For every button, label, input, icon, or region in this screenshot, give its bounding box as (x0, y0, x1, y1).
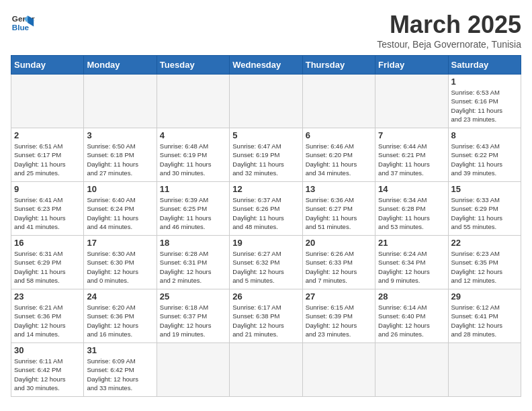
day-info: Sunrise: 6:39 AM Sunset: 6:25 PM Dayligh… (160, 195, 226, 231)
calendar-cell: 7Sunrise: 6:44 AM Sunset: 6:21 PM Daylig… (375, 128, 448, 182)
calendar-cell: 22Sunrise: 6:23 AM Sunset: 6:35 PM Dayli… (448, 236, 521, 289)
calendar-cell: 28Sunrise: 6:14 AM Sunset: 6:40 PM Dayli… (375, 289, 448, 343)
day-number: 9 (14, 184, 81, 194)
day-info: Sunrise: 6:12 AM Sunset: 6:41 PM Dayligh… (451, 303, 518, 338)
day-number: 20 (306, 238, 372, 248)
day-info: Sunrise: 6:50 AM Sunset: 6:18 PM Dayligh… (87, 142, 153, 177)
calendar-cell: 18Sunrise: 6:28 AM Sunset: 6:31 PM Dayli… (157, 236, 229, 289)
logo-icon: General Blue (11, 11, 35, 35)
day-info: Sunrise: 6:44 AM Sunset: 6:21 PM Dayligh… (378, 142, 445, 177)
calendar-table: SundayMondayTuesdayWednesdayThursdayFrid… (11, 55, 521, 397)
calendar-cell: 5Sunrise: 6:47 AM Sunset: 6:19 PM Daylig… (230, 128, 302, 182)
week-row-2: 2Sunrise: 6:51 AM Sunset: 6:17 PM Daylig… (11, 128, 521, 182)
header-friday: Friday (375, 56, 448, 75)
day-info: Sunrise: 6:15 AM Sunset: 6:39 PM Dayligh… (306, 303, 372, 338)
day-info: Sunrise: 6:48 AM Sunset: 6:19 PM Dayligh… (160, 142, 226, 177)
calendar-cell (11, 75, 84, 128)
day-info: Sunrise: 6:36 AM Sunset: 6:27 PM Dayligh… (306, 195, 372, 231)
day-number: 14 (378, 184, 445, 194)
week-row-6: 30Sunrise: 6:11 AM Sunset: 6:42 PM Dayli… (11, 343, 521, 397)
svg-text:Blue: Blue (12, 23, 30, 32)
day-number: 1 (451, 77, 518, 87)
calendar-cell (375, 343, 448, 397)
day-number: 21 (378, 238, 445, 248)
day-info: Sunrise: 6:51 AM Sunset: 6:17 PM Dayligh… (14, 142, 81, 177)
day-info: Sunrise: 6:14 AM Sunset: 6:40 PM Dayligh… (378, 303, 445, 338)
logo: General Blue (11, 11, 35, 35)
day-info: Sunrise: 6:17 AM Sunset: 6:38 PM Dayligh… (232, 303, 299, 338)
calendar-cell: 19Sunrise: 6:27 AM Sunset: 6:32 PM Dayli… (230, 236, 302, 289)
calendar-cell: 16Sunrise: 6:31 AM Sunset: 6:29 PM Dayli… (11, 236, 84, 289)
page-subtitle: Testour, Beja Governorate, Tunisia (377, 39, 521, 50)
calendar-cell (84, 75, 157, 128)
week-row-3: 9Sunrise: 6:41 AM Sunset: 6:23 PM Daylig… (11, 182, 521, 236)
day-number: 3 (87, 130, 153, 140)
day-number: 30 (14, 345, 81, 355)
calendar-cell (230, 75, 302, 128)
calendar-cell: 23Sunrise: 6:21 AM Sunset: 6:36 PM Dayli… (11, 289, 84, 343)
header-monday: Monday (84, 56, 157, 75)
calendar-cell (375, 75, 448, 128)
calendar-cell: 6Sunrise: 6:46 AM Sunset: 6:20 PM Daylig… (302, 128, 375, 182)
day-number: 16 (14, 238, 81, 248)
calendar-cell (230, 343, 302, 397)
calendar-cell: 8Sunrise: 6:43 AM Sunset: 6:22 PM Daylig… (448, 128, 521, 182)
day-number: 10 (87, 184, 153, 194)
day-info: Sunrise: 6:11 AM Sunset: 6:42 PM Dayligh… (14, 357, 81, 392)
calendar-cell: 24Sunrise: 6:20 AM Sunset: 6:36 PM Dayli… (84, 289, 157, 343)
day-number: 25 (160, 291, 226, 302)
day-number: 18 (160, 238, 226, 248)
day-number: 15 (451, 184, 518, 194)
day-number: 7 (378, 130, 445, 140)
day-number: 2 (14, 130, 81, 140)
header-thursday: Thursday (302, 56, 375, 75)
day-info: Sunrise: 6:46 AM Sunset: 6:20 PM Dayligh… (306, 142, 372, 177)
day-info: Sunrise: 6:40 AM Sunset: 6:24 PM Dayligh… (87, 195, 153, 231)
header-tuesday: Tuesday (157, 56, 229, 75)
calendar-cell: 30Sunrise: 6:11 AM Sunset: 6:42 PM Dayli… (11, 343, 84, 397)
day-info: Sunrise: 6:26 AM Sunset: 6:33 PM Dayligh… (306, 249, 372, 285)
day-info: Sunrise: 6:23 AM Sunset: 6:35 PM Dayligh… (451, 249, 518, 285)
calendar-cell: 10Sunrise: 6:40 AM Sunset: 6:24 PM Dayli… (84, 182, 157, 236)
calendar-cell: 21Sunrise: 6:24 AM Sunset: 6:34 PM Dayli… (375, 236, 448, 289)
header-wednesday: Wednesday (230, 56, 302, 75)
calendar-cell: 15Sunrise: 6:33 AM Sunset: 6:29 PM Dayli… (448, 182, 521, 236)
calendar-cell: 27Sunrise: 6:15 AM Sunset: 6:39 PM Dayli… (302, 289, 375, 343)
week-row-5: 23Sunrise: 6:21 AM Sunset: 6:36 PM Dayli… (11, 289, 521, 343)
calendar-cell: 11Sunrise: 6:39 AM Sunset: 6:25 PM Dayli… (157, 182, 229, 236)
day-info: Sunrise: 6:33 AM Sunset: 6:29 PM Dayligh… (451, 195, 518, 231)
day-number: 11 (160, 184, 226, 194)
day-number: 26 (232, 291, 299, 302)
calendar-cell: 4Sunrise: 6:48 AM Sunset: 6:19 PM Daylig… (157, 128, 229, 182)
calendar-cell: 26Sunrise: 6:17 AM Sunset: 6:38 PM Dayli… (230, 289, 302, 343)
day-info: Sunrise: 6:31 AM Sunset: 6:29 PM Dayligh… (14, 249, 81, 285)
title-section: March 2025 Testour, Beja Governorate, Tu… (377, 11, 521, 50)
day-number: 28 (378, 291, 445, 302)
header-sunday: Sunday (11, 56, 84, 75)
calendar-cell: 2Sunrise: 6:51 AM Sunset: 6:17 PM Daylig… (11, 128, 84, 182)
page-header: General Blue March 2025 Testour, Beja Go… (11, 11, 521, 50)
day-number: 22 (451, 238, 518, 248)
header-saturday: Saturday (448, 56, 521, 75)
calendar-cell (157, 75, 229, 128)
day-info: Sunrise: 6:21 AM Sunset: 6:36 PM Dayligh… (14, 303, 81, 338)
day-info: Sunrise: 6:09 AM Sunset: 6:42 PM Dayligh… (87, 357, 153, 392)
calendar-cell: 29Sunrise: 6:12 AM Sunset: 6:41 PM Dayli… (448, 289, 521, 343)
day-info: Sunrise: 6:27 AM Sunset: 6:32 PM Dayligh… (232, 249, 299, 285)
day-info: Sunrise: 6:34 AM Sunset: 6:28 PM Dayligh… (378, 195, 445, 231)
calendar-cell: 14Sunrise: 6:34 AM Sunset: 6:28 PM Dayli… (375, 182, 448, 236)
page-title: March 2025 (377, 11, 521, 39)
day-info: Sunrise: 6:20 AM Sunset: 6:36 PM Dayligh… (87, 303, 153, 338)
day-number: 6 (306, 130, 372, 140)
calendar-cell: 13Sunrise: 6:36 AM Sunset: 6:27 PM Dayli… (302, 182, 375, 236)
day-number: 23 (14, 291, 81, 302)
day-info: Sunrise: 6:47 AM Sunset: 6:19 PM Dayligh… (232, 142, 299, 177)
day-number: 27 (306, 291, 372, 302)
calendar-cell: 1Sunrise: 6:53 AM Sunset: 6:16 PM Daylig… (448, 75, 521, 128)
calendar-cell: 3Sunrise: 6:50 AM Sunset: 6:18 PM Daylig… (84, 128, 157, 182)
day-info: Sunrise: 6:53 AM Sunset: 6:16 PM Dayligh… (451, 88, 518, 124)
day-number: 19 (232, 238, 299, 248)
day-number: 8 (451, 130, 518, 140)
day-info: Sunrise: 6:30 AM Sunset: 6:30 PM Dayligh… (87, 249, 153, 285)
calendar-cell: 17Sunrise: 6:30 AM Sunset: 6:30 PM Dayli… (84, 236, 157, 289)
